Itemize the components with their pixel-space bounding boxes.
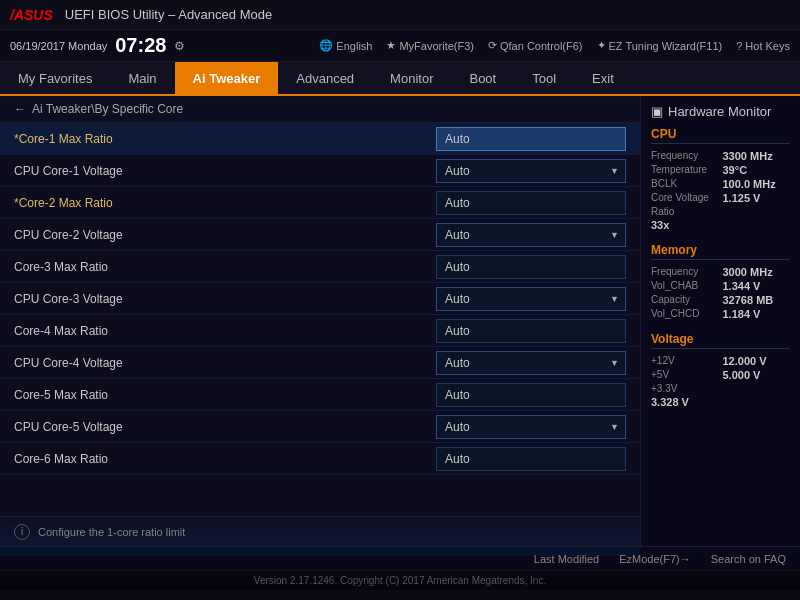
setting-row[interactable]: *Core-1 Max RatioAuto [0,123,640,155]
monitor-item-value: 39°C [723,164,791,176]
setting-row[interactable]: CPU Core-2 VoltageAuto [0,219,640,251]
setting-label: *Core-2 Max Ratio [14,196,436,210]
monitor-icon: ▣ [651,104,663,119]
setting-row[interactable]: Core-4 Max RatioAuto [0,315,640,347]
monitor-item-value: 1.344 V [723,280,791,292]
monitor-item-value: 3.328 V [651,396,790,408]
footer: Last Modified EzMode(F7)→ Search on FAQ [0,546,800,570]
monitor-item-value: 1.184 V [723,308,791,320]
setting-label: Core-6 Max Ratio [14,452,436,466]
setting-label: CPU Core-5 Voltage [14,420,436,434]
nav-advanced[interactable]: Advanced [278,62,372,94]
monitor-item-label: Capacity [651,294,719,306]
info-icon: i [14,524,30,540]
setting-row[interactable]: Core-5 Max RatioAuto [0,379,640,411]
nav-boot[interactable]: Boot [451,62,514,94]
setting-row[interactable]: Core-6 Max RatioAuto [0,443,640,475]
monitor-item-value: 3300 MHz [723,150,791,162]
date-display: 06/19/2017 Monday [10,40,107,52]
settings-gear-icon[interactable]: ⚙ [174,39,185,53]
topbar-eztuning[interactable]: ✦ EZ Tuning Wizard(F11) [597,39,723,52]
monitor-item-label: Core Voltage [651,192,719,204]
setting-label: Core-5 Max Ratio [14,388,436,402]
header: /ASUS UEFI BIOS Utility – Advanced Mode [0,0,800,30]
nav-monitor[interactable]: Monitor [372,62,451,94]
setting-label: *Core-1 Max Ratio [14,132,436,146]
monitor-item-value: 1.125 V [723,192,791,204]
topbar: 06/19/2017 Monday 07:28 ⚙ 🌐 English ★ My… [0,30,800,62]
footer-last-modified[interactable]: Last Modified [534,553,599,565]
settings-list: *Core-1 Max RatioAutoCPU Core-1 VoltageA… [0,123,640,516]
setting-input[interactable]: Auto [436,447,626,471]
bios-title: UEFI BIOS Utility – Advanced Mode [65,7,272,22]
asus-logo: /ASUS [10,7,53,23]
setting-input[interactable]: Auto [436,255,626,279]
hardware-monitor-title: ▣ Hardware Monitor [651,104,790,119]
monitor-section-title: CPU [651,127,790,144]
breadcrumb[interactable]: ← Ai Tweaker\By Specific Core [0,96,640,123]
monitor-item-label: +12V [651,355,719,367]
nav-exit[interactable]: Exit [574,62,632,94]
monitor-item-value: 3000 MHz [723,266,791,278]
footer-faq[interactable]: Search on FAQ [711,553,786,565]
back-arrow-icon[interactable]: ← [14,102,26,116]
info-bar: i Configure the 1-core ratio limit [0,516,640,546]
nav-main[interactable]: Main [110,62,174,94]
main-content: ← Ai Tweaker\By Specific Core *Core-1 Ma… [0,96,800,546]
monitor-item-label: Temperature [651,164,719,176]
topbar-hotkeys[interactable]: ? Hot Keys [736,40,790,52]
setting-label: CPU Core-2 Voltage [14,228,436,242]
monitor-item-value: 12.000 V [723,355,791,367]
main-nav: My Favorites Main Ai Tweaker Advanced Mo… [0,62,800,96]
monitor-item-value: 5.000 V [723,369,791,381]
setting-dropdown[interactable]: Auto [436,287,626,311]
left-panel: ← Ai Tweaker\By Specific Core *Core-1 Ma… [0,96,640,546]
hardware-monitor-panel: ▣ Hardware Monitor CPUFrequency3300 MHzT… [640,96,800,546]
footer-ezmode[interactable]: EzMode(F7)→ [619,553,691,565]
setting-dropdown[interactable]: Auto [436,415,626,439]
topbar-myfavorite[interactable]: ★ MyFavorite(F3) [386,39,474,52]
time-display: 07:28 [115,34,166,57]
copyright-text: Version 2.17.1246. Copyright (C) 2017 Am… [254,575,546,586]
setting-input[interactable]: Auto [436,319,626,343]
breadcrumb-path: Ai Tweaker\By Specific Core [32,102,183,116]
topbar-qfan[interactable]: ⟳ Qfan Control(F6) [488,39,583,52]
setting-input[interactable]: Auto [436,127,626,151]
setting-row[interactable]: CPU Core-3 VoltageAuto [0,283,640,315]
monitor-item-label: Frequency [651,150,719,162]
setting-row[interactable]: *Core-2 Max RatioAuto [0,187,640,219]
topbar-right: 🌐 English ★ MyFavorite(F3) ⟳ Qfan Contro… [319,39,790,52]
monitor-grid: Frequency3300 MHzTemperature39°CBCLK100.… [651,150,790,231]
monitor-item-label: Frequency [651,266,719,278]
setting-row[interactable]: CPU Core-5 VoltageAuto [0,411,640,443]
monitor-item-label: +5V [651,369,719,381]
setting-label: CPU Core-1 Voltage [14,164,436,178]
monitor-item-label: Vol_CHCD [651,308,719,320]
setting-dropdown[interactable]: Auto [436,351,626,375]
monitor-section-memory: MemoryFrequency3000 MHzVol_CHAB1.344 VCa… [651,243,790,320]
topbar-english[interactable]: 🌐 English [319,39,372,52]
setting-row[interactable]: Core-3 Max RatioAuto [0,251,640,283]
setting-input[interactable]: Auto [436,191,626,215]
nav-tool[interactable]: Tool [514,62,574,94]
nav-aitweaker[interactable]: Ai Tweaker [175,62,279,94]
monitor-item-label: Ratio [651,206,790,217]
setting-dropdown[interactable]: Auto [436,223,626,247]
setting-label: Core-3 Max Ratio [14,260,436,274]
info-text: Configure the 1-core ratio limit [38,526,185,538]
monitor-item-value: 33x [651,219,790,231]
monitor-grid: Frequency3000 MHzVol_CHAB1.344 VCapacity… [651,266,790,320]
monitor-grid: +12V12.000 V+5V5.000 V+3.3V3.328 V [651,355,790,408]
setting-label: CPU Core-3 Voltage [14,292,436,306]
setting-row[interactable]: CPU Core-1 VoltageAuto [0,155,640,187]
setting-label: Core-4 Max Ratio [14,324,436,338]
setting-row[interactable]: CPU Core-4 VoltageAuto [0,347,640,379]
setting-dropdown[interactable]: Auto [436,159,626,183]
monitor-section-voltage: Voltage+12V12.000 V+5V5.000 V+3.3V3.328 … [651,332,790,408]
nav-myfavorites[interactable]: My Favorites [0,62,110,94]
monitor-section-title: Voltage [651,332,790,349]
monitor-section-cpu: CPUFrequency3300 MHzTemperature39°CBCLK1… [651,127,790,231]
monitor-section-title: Memory [651,243,790,260]
monitor-item-value: 32768 MB [723,294,791,306]
setting-input[interactable]: Auto [436,383,626,407]
